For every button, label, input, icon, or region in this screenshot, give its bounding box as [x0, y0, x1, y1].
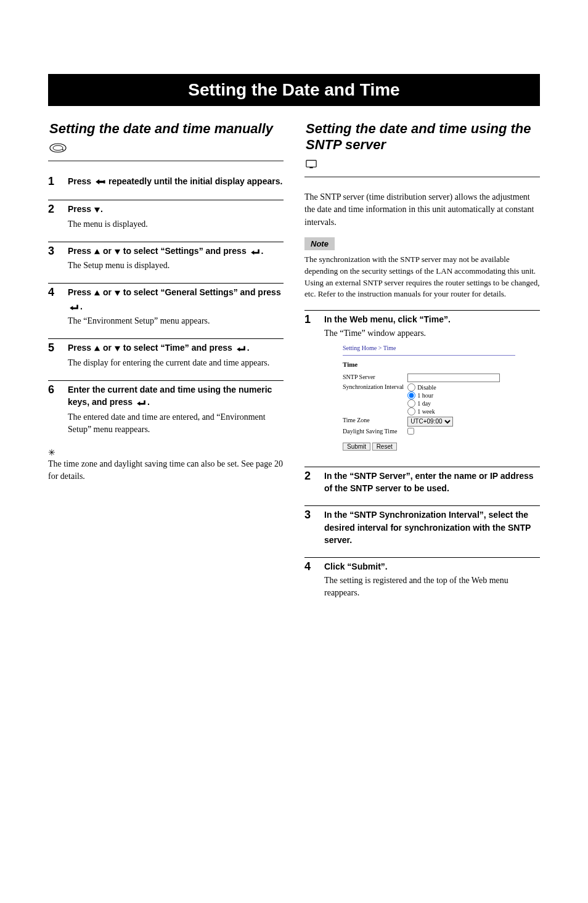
- sntp-server-input[interactable]: [407, 374, 500, 382]
- screen-icon: [306, 157, 317, 173]
- note-label: Note: [304, 237, 335, 250]
- tip-icon: ✳︎: [48, 449, 55, 457]
- step-instruction: Press or to select “Settings” and press …: [68, 245, 284, 258]
- step-instruction: Press repeatedly until the initial displ…: [68, 175, 284, 189]
- enter-icon: [68, 301, 80, 314]
- radio-label: 1 day: [417, 399, 431, 407]
- radio-label: 1 hour: [417, 391, 433, 399]
- down-icon: [114, 343, 121, 355]
- step-number: 2: [304, 470, 316, 495]
- row-label: Time Zone: [343, 416, 407, 427]
- section-heading-sntp-text: Setting the date and time using the SNTP…: [306, 121, 540, 153]
- down-icon: [114, 246, 121, 258]
- step-number: 5: [48, 341, 59, 369]
- radio-label: 1 week: [417, 407, 435, 415]
- text: Press: [68, 343, 94, 353]
- text: Press: [68, 287, 94, 297]
- step-result: The display for entering the current dat…: [68, 357, 284, 369]
- step-instruction: In the “SNTP Synchronization Interval”, …: [324, 509, 540, 546]
- step-number: 1: [48, 175, 59, 189]
- step-instruction: Press or to select “Time” and press .: [68, 341, 284, 355]
- step-number: 4: [48, 286, 59, 327]
- divider: [48, 380, 284, 381]
- text: or: [100, 343, 114, 353]
- submit-button[interactable]: Submit: [343, 443, 370, 451]
- text: to select “Time” and press: [121, 343, 235, 353]
- up-icon: [94, 246, 100, 258]
- step-instruction: Press or to select “General Settings” an…: [68, 286, 284, 314]
- sync-radio-1day[interactable]: [407, 399, 415, 407]
- step-number: 6: [48, 383, 59, 436]
- step-number: 4: [304, 560, 316, 599]
- step-instruction: In the Web menu, click “Time”.: [324, 313, 540, 325]
- step-result: The menu is displayed.: [68, 218, 284, 231]
- breadcrumb: Setting Home > Time: [343, 345, 515, 351]
- intro-paragraph: The SNTP server (time distribution serve…: [304, 191, 540, 229]
- step-number: 3: [48, 245, 59, 272]
- row-label: Daylight Saving Time: [343, 427, 407, 436]
- enter-icon: [135, 397, 147, 409]
- step-result: The entered date and time are entered, a…: [68, 411, 284, 436]
- section-heading-manual-text: Setting the date and time manually: [49, 121, 273, 137]
- step-number: 1: [304, 313, 316, 456]
- step-result: The “Time” window appears.: [324, 327, 540, 340]
- radio-label: Disable: [417, 383, 436, 391]
- row-label: SNTP Server: [343, 373, 407, 383]
- dst-checkbox[interactable]: [407, 428, 414, 435]
- step-number: 2: [48, 203, 59, 231]
- text: .: [261, 246, 264, 256]
- up-icon: [94, 287, 100, 300]
- enter-icon: [249, 246, 261, 258]
- step-instruction: Press .: [68, 203, 284, 216]
- text: to select “General Settings” and press: [121, 287, 281, 297]
- table-row: Daylight Saving Time: [343, 427, 504, 436]
- divider: [48, 283, 284, 284]
- section-heading-manual: Setting the date and time manually: [48, 117, 284, 161]
- text: to select “Settings” and press: [121, 246, 249, 256]
- left-column: Setting the date and time manually 1 Pre…: [48, 117, 284, 610]
- step-result: The “Environment Setup” menu appears.: [68, 315, 284, 327]
- divider: [48, 200, 284, 200]
- divider: [304, 467, 540, 467]
- step-instruction: In the “SNTP Server”, enter the name or …: [324, 470, 540, 495]
- step-result: The setting is registered and the top of…: [324, 574, 540, 600]
- step-instruction: Enter the current date and time using th…: [68, 383, 284, 410]
- screenshot-section-title: Time: [343, 361, 515, 368]
- note-text: The synchronization with the SNTP server…: [304, 254, 540, 300]
- divider: [304, 310, 540, 311]
- table-row: Synchronization Interval Disable 1 hour …: [343, 383, 504, 416]
- section-heading-sntp: Setting the date and time using the SNTP…: [304, 117, 540, 178]
- divider: [304, 505, 540, 506]
- back-icon: [94, 176, 106, 189]
- step-number: 3: [304, 509, 316, 546]
- page-title: Setting the Date and Time: [48, 74, 540, 106]
- tip-text: The time zone and daylight saving time c…: [48, 458, 284, 483]
- step-instruction: Click “Submit”.: [324, 560, 540, 573]
- dial-icon: [49, 141, 67, 157]
- row-label: Synchronization Interval: [343, 383, 407, 416]
- divider: [343, 355, 515, 356]
- step-result: The Setup menu is displayed.: [68, 259, 284, 272]
- timezone-select[interactable]: UTC+09:00: [407, 417, 453, 427]
- down-icon: [94, 204, 100, 216]
- table-row: Time Zone UTC+09:00: [343, 416, 504, 427]
- enter-icon: [235, 343, 247, 355]
- sync-radio-1hour[interactable]: [407, 391, 415, 399]
- text: Press: [68, 246, 94, 256]
- table-row: SNTP Server: [343, 373, 504, 383]
- text: .: [100, 204, 103, 214]
- text: repeatedly until the initial display app…: [106, 176, 282, 186]
- text: or: [100, 287, 114, 297]
- sync-radio-disable[interactable]: [407, 383, 415, 391]
- up-icon: [94, 343, 100, 355]
- text: .: [247, 343, 250, 353]
- text: Press: [68, 176, 94, 186]
- divider: [48, 338, 284, 339]
- text: .: [80, 301, 83, 311]
- sync-radio-1week[interactable]: [407, 407, 415, 415]
- text: .: [147, 397, 150, 407]
- reset-button[interactable]: Reset: [372, 443, 397, 451]
- right-column: Setting the date and time using the SNTP…: [304, 117, 540, 610]
- divider: [48, 242, 284, 242]
- down-icon: [114, 287, 121, 300]
